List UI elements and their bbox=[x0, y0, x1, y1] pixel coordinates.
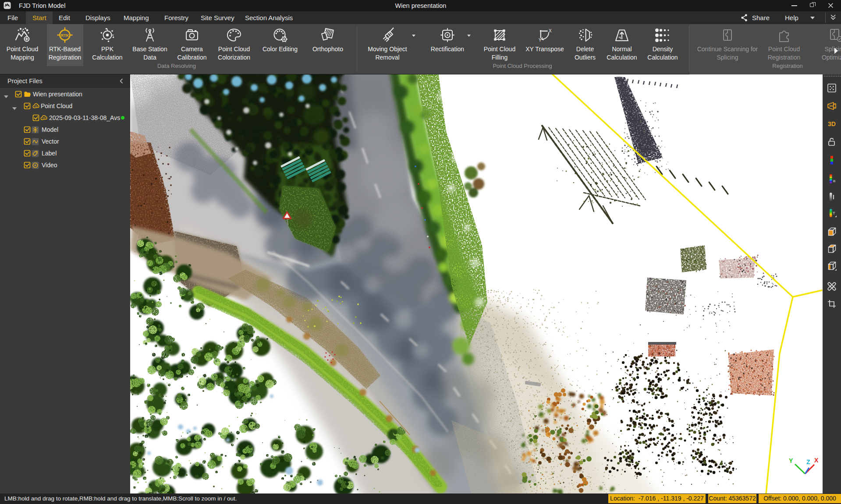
svg-text:X: X bbox=[549, 28, 552, 33]
svg-text:3D: 3D bbox=[828, 120, 836, 127]
svg-text:B: B bbox=[833, 179, 835, 183]
svg-text:Z: Z bbox=[806, 458, 810, 465]
svg-text:T: T bbox=[833, 211, 835, 215]
svg-text:X: X bbox=[814, 457, 819, 464]
svg-text:RTK: RTK bbox=[61, 33, 69, 38]
svg-text:Y: Y bbox=[539, 38, 542, 42]
svg-text:Y: Y bbox=[789, 457, 793, 464]
